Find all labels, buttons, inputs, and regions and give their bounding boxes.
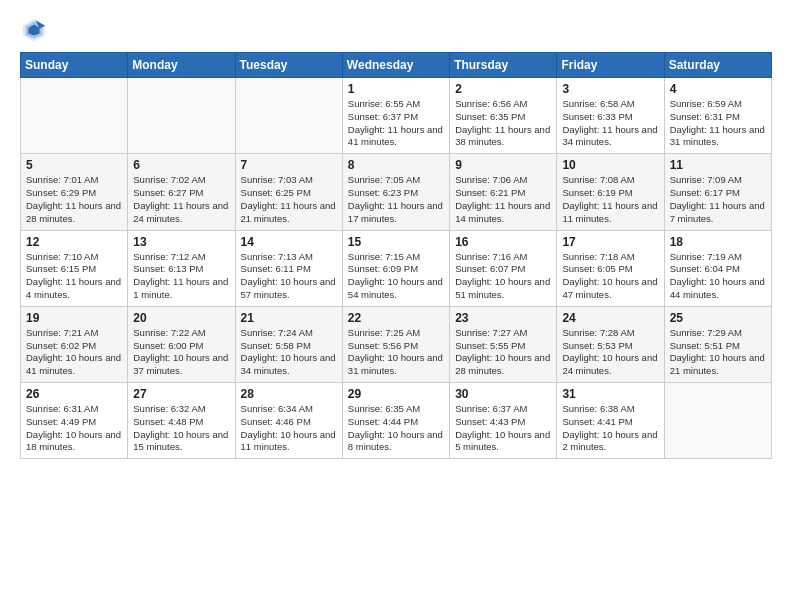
day-number: 3 — [562, 82, 658, 96]
day-number: 7 — [241, 158, 337, 172]
calendar-cell — [21, 78, 128, 154]
calendar-week-row: 26Sunrise: 6:31 AM Sunset: 4:49 PM Dayli… — [21, 383, 772, 459]
day-number: 12 — [26, 235, 122, 249]
calendar-cell: 9Sunrise: 7:06 AM Sunset: 6:21 PM Daylig… — [450, 154, 557, 230]
day-info: Sunrise: 7:24 AM Sunset: 5:58 PM Dayligh… — [241, 327, 337, 378]
day-number: 2 — [455, 82, 551, 96]
calendar-table: SundayMondayTuesdayWednesdayThursdayFrid… — [20, 52, 772, 459]
col-header-thursday: Thursday — [450, 53, 557, 78]
day-number: 14 — [241, 235, 337, 249]
calendar-cell: 17Sunrise: 7:18 AM Sunset: 6:05 PM Dayli… — [557, 230, 664, 306]
day-info: Sunrise: 7:08 AM Sunset: 6:19 PM Dayligh… — [562, 174, 658, 225]
day-info: Sunrise: 7:06 AM Sunset: 6:21 PM Dayligh… — [455, 174, 551, 225]
calendar-cell: 11Sunrise: 7:09 AM Sunset: 6:17 PM Dayli… — [664, 154, 771, 230]
calendar-cell: 18Sunrise: 7:19 AM Sunset: 6:04 PM Dayli… — [664, 230, 771, 306]
day-info: Sunrise: 7:19 AM Sunset: 6:04 PM Dayligh… — [670, 251, 766, 302]
day-number: 5 — [26, 158, 122, 172]
calendar-cell: 25Sunrise: 7:29 AM Sunset: 5:51 PM Dayli… — [664, 306, 771, 382]
calendar-cell: 23Sunrise: 7:27 AM Sunset: 5:55 PM Dayli… — [450, 306, 557, 382]
calendar-week-row: 12Sunrise: 7:10 AM Sunset: 6:15 PM Dayli… — [21, 230, 772, 306]
calendar-cell: 2Sunrise: 6:56 AM Sunset: 6:35 PM Daylig… — [450, 78, 557, 154]
day-info: Sunrise: 6:31 AM Sunset: 4:49 PM Dayligh… — [26, 403, 122, 454]
calendar-cell: 29Sunrise: 6:35 AM Sunset: 4:44 PM Dayli… — [342, 383, 449, 459]
calendar-cell: 24Sunrise: 7:28 AM Sunset: 5:53 PM Dayli… — [557, 306, 664, 382]
day-number: 17 — [562, 235, 658, 249]
day-number: 31 — [562, 387, 658, 401]
day-number: 1 — [348, 82, 444, 96]
calendar-week-row: 19Sunrise: 7:21 AM Sunset: 6:02 PM Dayli… — [21, 306, 772, 382]
day-number: 20 — [133, 311, 229, 325]
day-info: Sunrise: 7:16 AM Sunset: 6:07 PM Dayligh… — [455, 251, 551, 302]
day-number: 4 — [670, 82, 766, 96]
day-info: Sunrise: 6:59 AM Sunset: 6:31 PM Dayligh… — [670, 98, 766, 149]
day-info: Sunrise: 7:02 AM Sunset: 6:27 PM Dayligh… — [133, 174, 229, 225]
calendar-cell — [235, 78, 342, 154]
day-info: Sunrise: 7:12 AM Sunset: 6:13 PM Dayligh… — [133, 251, 229, 302]
calendar-cell: 7Sunrise: 7:03 AM Sunset: 6:25 PM Daylig… — [235, 154, 342, 230]
day-number: 30 — [455, 387, 551, 401]
col-header-monday: Monday — [128, 53, 235, 78]
calendar-cell: 13Sunrise: 7:12 AM Sunset: 6:13 PM Dayli… — [128, 230, 235, 306]
calendar-cell: 6Sunrise: 7:02 AM Sunset: 6:27 PM Daylig… — [128, 154, 235, 230]
day-number: 21 — [241, 311, 337, 325]
day-info: Sunrise: 6:58 AM Sunset: 6:33 PM Dayligh… — [562, 98, 658, 149]
day-info: Sunrise: 7:03 AM Sunset: 6:25 PM Dayligh… — [241, 174, 337, 225]
day-info: Sunrise: 7:28 AM Sunset: 5:53 PM Dayligh… — [562, 327, 658, 378]
calendar-header-row: SundayMondayTuesdayWednesdayThursdayFrid… — [21, 53, 772, 78]
calendar-cell: 26Sunrise: 6:31 AM Sunset: 4:49 PM Dayli… — [21, 383, 128, 459]
calendar-cell: 16Sunrise: 7:16 AM Sunset: 6:07 PM Dayli… — [450, 230, 557, 306]
calendar-cell: 4Sunrise: 6:59 AM Sunset: 6:31 PM Daylig… — [664, 78, 771, 154]
calendar-cell: 10Sunrise: 7:08 AM Sunset: 6:19 PM Dayli… — [557, 154, 664, 230]
col-header-saturday: Saturday — [664, 53, 771, 78]
calendar-cell: 12Sunrise: 7:10 AM Sunset: 6:15 PM Dayli… — [21, 230, 128, 306]
day-number: 13 — [133, 235, 229, 249]
day-number: 18 — [670, 235, 766, 249]
day-info: Sunrise: 7:01 AM Sunset: 6:29 PM Dayligh… — [26, 174, 122, 225]
day-info: Sunrise: 6:56 AM Sunset: 6:35 PM Dayligh… — [455, 98, 551, 149]
calendar-cell: 31Sunrise: 6:38 AM Sunset: 4:41 PM Dayli… — [557, 383, 664, 459]
day-info: Sunrise: 7:27 AM Sunset: 5:55 PM Dayligh… — [455, 327, 551, 378]
day-info: Sunrise: 6:55 AM Sunset: 6:37 PM Dayligh… — [348, 98, 444, 149]
day-info: Sunrise: 7:05 AM Sunset: 6:23 PM Dayligh… — [348, 174, 444, 225]
col-header-friday: Friday — [557, 53, 664, 78]
day-info: Sunrise: 6:37 AM Sunset: 4:43 PM Dayligh… — [455, 403, 551, 454]
day-number: 9 — [455, 158, 551, 172]
day-number: 23 — [455, 311, 551, 325]
day-info: Sunrise: 7:21 AM Sunset: 6:02 PM Dayligh… — [26, 327, 122, 378]
calendar-cell: 14Sunrise: 7:13 AM Sunset: 6:11 PM Dayli… — [235, 230, 342, 306]
calendar-cell: 20Sunrise: 7:22 AM Sunset: 6:00 PM Dayli… — [128, 306, 235, 382]
day-number: 22 — [348, 311, 444, 325]
day-info: Sunrise: 6:32 AM Sunset: 4:48 PM Dayligh… — [133, 403, 229, 454]
day-info: Sunrise: 7:10 AM Sunset: 6:15 PM Dayligh… — [26, 251, 122, 302]
calendar-cell: 21Sunrise: 7:24 AM Sunset: 5:58 PM Dayli… — [235, 306, 342, 382]
calendar-cell: 22Sunrise: 7:25 AM Sunset: 5:56 PM Dayli… — [342, 306, 449, 382]
day-number: 10 — [562, 158, 658, 172]
page: SundayMondayTuesdayWednesdayThursdayFrid… — [0, 0, 792, 612]
day-info: Sunrise: 6:35 AM Sunset: 4:44 PM Dayligh… — [348, 403, 444, 454]
day-info: Sunrise: 7:22 AM Sunset: 6:00 PM Dayligh… — [133, 327, 229, 378]
day-number: 11 — [670, 158, 766, 172]
calendar-cell: 30Sunrise: 6:37 AM Sunset: 4:43 PM Dayli… — [450, 383, 557, 459]
day-info: Sunrise: 7:15 AM Sunset: 6:09 PM Dayligh… — [348, 251, 444, 302]
day-info: Sunrise: 7:13 AM Sunset: 6:11 PM Dayligh… — [241, 251, 337, 302]
day-number: 8 — [348, 158, 444, 172]
calendar-cell: 5Sunrise: 7:01 AM Sunset: 6:29 PM Daylig… — [21, 154, 128, 230]
day-number: 28 — [241, 387, 337, 401]
col-header-tuesday: Tuesday — [235, 53, 342, 78]
calendar-cell: 27Sunrise: 6:32 AM Sunset: 4:48 PM Dayli… — [128, 383, 235, 459]
day-number: 15 — [348, 235, 444, 249]
logo — [20, 16, 52, 44]
day-info: Sunrise: 7:29 AM Sunset: 5:51 PM Dayligh… — [670, 327, 766, 378]
day-info: Sunrise: 7:25 AM Sunset: 5:56 PM Dayligh… — [348, 327, 444, 378]
calendar-cell: 8Sunrise: 7:05 AM Sunset: 6:23 PM Daylig… — [342, 154, 449, 230]
day-info: Sunrise: 7:18 AM Sunset: 6:05 PM Dayligh… — [562, 251, 658, 302]
calendar-cell: 3Sunrise: 6:58 AM Sunset: 6:33 PM Daylig… — [557, 78, 664, 154]
header — [20, 16, 772, 44]
day-number: 29 — [348, 387, 444, 401]
day-info: Sunrise: 6:38 AM Sunset: 4:41 PM Dayligh… — [562, 403, 658, 454]
day-number: 6 — [133, 158, 229, 172]
day-info: Sunrise: 6:34 AM Sunset: 4:46 PM Dayligh… — [241, 403, 337, 454]
calendar-cell: 1Sunrise: 6:55 AM Sunset: 6:37 PM Daylig… — [342, 78, 449, 154]
calendar-cell — [664, 383, 771, 459]
day-number: 16 — [455, 235, 551, 249]
